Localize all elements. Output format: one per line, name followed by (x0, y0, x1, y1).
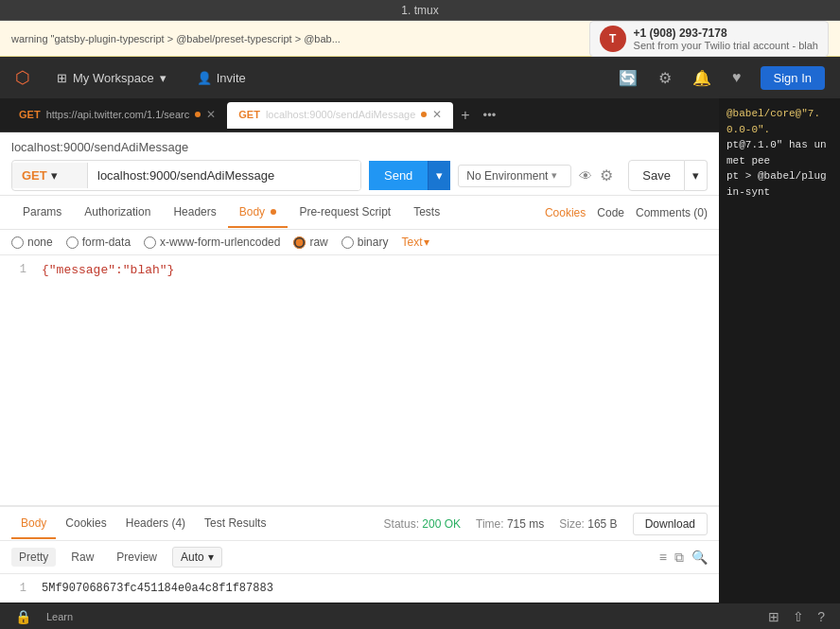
bottom-help-icon: 🔒 (15, 609, 31, 624)
workspace-label: My Workspace (73, 71, 154, 85)
bottom-grid-icon[interactable]: ⊞ (768, 609, 779, 624)
url-input[interactable] (88, 161, 360, 190)
bottom-share-icon[interactable]: ⇧ (793, 609, 804, 624)
resp-tab-test-results[interactable]: Test Results (195, 509, 275, 539)
env-label: No Environment (466, 169, 548, 183)
radio-form-data[interactable]: form-data (66, 236, 131, 249)
text-chevron-icon: ▾ (424, 236, 429, 249)
tab-localhost[interactable]: GET localhost:9000/sendAdiMessage ✕ (227, 102, 453, 129)
postman-panel: GET https://api.twitter.com/1.1/searc ✕ … (0, 98, 719, 603)
wrap-icon-button[interactable]: ≡ (659, 550, 667, 566)
resp-tab-body[interactable]: Body (11, 509, 56, 539)
env-selector[interactable]: No Environment ▾ (458, 165, 571, 187)
bell-icon-button[interactable]: 🔔 (689, 65, 715, 91)
radio-binary[interactable]: binary (341, 236, 389, 249)
workspace-button[interactable]: ⊞ My Workspace ▾ (49, 67, 174, 89)
save-dropdown-button[interactable]: ▾ (685, 160, 708, 191)
response-section: Body Cookies Headers (4) Test Results St… (0, 506, 719, 603)
body-options: none form-data x-www-form-urlencoded raw… (0, 230, 719, 255)
tab-pre-request[interactable]: Pre-request Script (288, 198, 402, 228)
line-numbers: 1 (0, 263, 34, 498)
resp-stats: Status: 200 OK Time: 715 ms Size: 165 B … (384, 513, 708, 535)
tab-body[interactable]: Body (228, 198, 289, 228)
auto-format-label: Auto (181, 550, 204, 564)
resp-tab-cookies[interactable]: Cookies (56, 509, 115, 539)
radio-raw[interactable]: raw (293, 236, 327, 249)
cookies-link[interactable]: Cookies (545, 206, 586, 219)
env-eye-button[interactable]: 👁 (579, 168, 592, 183)
tab-add-button[interactable]: + (453, 107, 477, 124)
copy-icon-button[interactable]: ⧉ (674, 550, 684, 566)
format-pretty-button[interactable]: Pretty (11, 548, 56, 567)
twilio-phone: +1 (908) 293-7178 (634, 26, 818, 40)
method-value: GET (22, 168, 47, 183)
tab-method-1: GET (238, 109, 260, 120)
tab-dot-1 (421, 112, 427, 117)
response-tabs: Body Cookies Headers (4) Test Results St… (0, 507, 719, 541)
tab-close-0[interactable]: ✕ (206, 108, 216, 121)
resp-value: 5Mf907068673fc451184e0a4c8f1f87883 (34, 582, 281, 595)
tab-url-1: localhost:9000/sendAdiMessage (266, 109, 415, 120)
terminal-line-1: @babel/core@"7.0.0-0". (726, 106, 832, 137)
auto-format-chevron-icon: ▾ (208, 550, 214, 564)
heart-icon-button[interactable]: ♥ (728, 65, 745, 90)
response-format-bar: Pretty Raw Preview Auto ▾ ≡ ⧉ 🔍 (0, 541, 719, 574)
format-icons: ≡ ⧉ 🔍 (659, 550, 708, 566)
sub-tab-right: Cookies Code Comments (0) (545, 206, 708, 219)
sync-icon-button[interactable]: 🔄 (615, 65, 641, 91)
send-btn-group: Send ▾ (369, 161, 450, 190)
header-icons: 🔄 ⚙ 🔔 ♥ (615, 65, 745, 91)
twilio-sub: Sent from your Twilio trial account - bl… (634, 40, 818, 51)
text-type-button[interactable]: Text ▾ (401, 236, 429, 249)
tab-twitter[interactable]: GET https://api.twitter.com/1.1/searc ✕ (8, 102, 227, 129)
search-icon-button[interactable]: 🔍 (691, 550, 708, 566)
terminal-line-3: pt > @babel/plugin-synt (726, 168, 832, 200)
os-bar: 1. tmux (0, 0, 840, 21)
tab-authorization[interactable]: Authorization (73, 198, 162, 228)
status-label: Status: 200 OK (384, 517, 461, 531)
twilio-avatar: T (600, 26, 626, 52)
bottom-icons: ⊞ ⇧ ? (768, 609, 825, 624)
code-content[interactable]: {"message":"blah"} (34, 263, 719, 498)
app-container: 1. tmux warning "gatsby-plugin-typescrip… (0, 0, 840, 629)
url-breadcrumb: localhost:9000/sendAdiMessage (11, 140, 708, 154)
radio-urlencoded[interactable]: x-www-form-urlencoded (144, 236, 280, 249)
env-settings-button[interactable]: ⚙ (600, 166, 613, 184)
tab-headers[interactable]: Headers (162, 198, 227, 228)
notification-bar: warning "gatsby-plugin-typescript > @bab… (0, 21, 840, 57)
send-button[interactable]: Send (369, 161, 428, 190)
save-btn-group: Save ▾ (628, 160, 708, 191)
tab-params[interactable]: Params (11, 198, 73, 228)
format-raw-button[interactable]: Raw (63, 548, 101, 567)
code-string: {"message":"blah"} (42, 263, 174, 277)
code-link[interactable]: Code (597, 206, 624, 219)
radio-none[interactable]: none (11, 236, 53, 249)
terminal-sidebar: @babel/core@"7.0.0-0". pt@7.1.0" has unm… (719, 98, 840, 603)
chevron-down-icon: ▾ (160, 71, 166, 85)
resp-tab-headers[interactable]: Headers (4) (116, 509, 195, 539)
save-button[interactable]: Save (628, 160, 685, 191)
auto-format-selector[interactable]: Auto ▾ (172, 547, 222, 568)
download-button[interactable]: Download (633, 513, 708, 535)
body-tab-dot (271, 209, 276, 215)
invite-label: Invite (217, 71, 246, 85)
tab-bar: GET https://api.twitter.com/1.1/searc ✕ … (0, 98, 719, 132)
tab-dot-0 (195, 112, 201, 117)
tab-close-1[interactable]: ✕ (432, 108, 442, 121)
bottom-question-icon[interactable]: ? (817, 609, 825, 624)
invite-button[interactable]: 👤 Invite (189, 67, 254, 89)
twilio-info: +1 (908) 293-7178 Sent from your Twilio … (634, 26, 818, 51)
time-label: Time: 715 ms (476, 517, 544, 531)
sign-in-button[interactable]: Sign In (761, 66, 825, 90)
os-bar-label: 1. tmux (401, 4, 438, 17)
method-chevron-icon: ▾ (51, 168, 58, 183)
tab-tests[interactable]: Tests (402, 198, 451, 228)
method-selector[interactable]: GET ▾ (12, 163, 88, 188)
format-preview-button[interactable]: Preview (109, 548, 165, 567)
send-dropdown-button[interactable]: ▾ (428, 161, 450, 190)
comments-link[interactable]: Comments (0) (636, 206, 708, 219)
settings-icon-button[interactable]: ⚙ (655, 65, 675, 91)
text-type-label: Text (401, 236, 422, 249)
tab-more-button[interactable]: ••• (478, 108, 502, 122)
person-add-icon: 👤 (197, 71, 212, 85)
